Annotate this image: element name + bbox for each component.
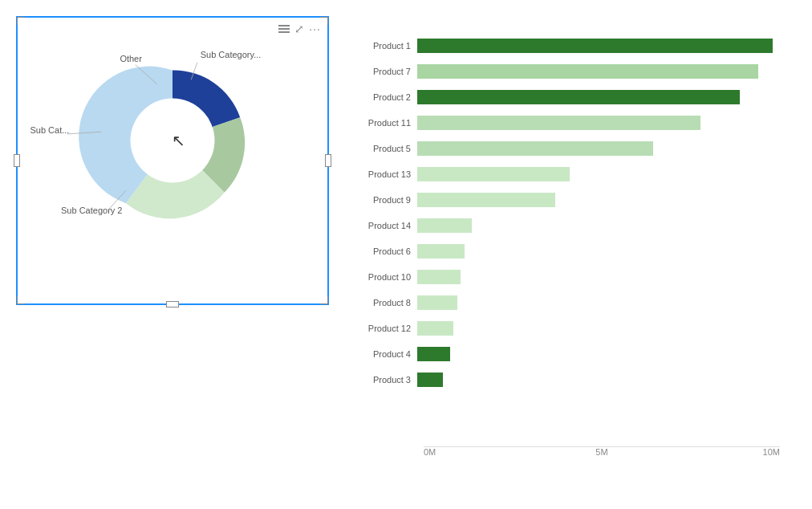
bar-fill[interactable] (417, 347, 450, 361)
bar-track[interactable] (417, 193, 780, 207)
bar-label: Product 2 (361, 92, 417, 102)
bar-fill[interactable] (417, 39, 773, 53)
bar-row: Product 14 (361, 214, 780, 238)
bar-fill[interactable] (417, 270, 461, 284)
bar-fill[interactable] (417, 90, 740, 104)
donut-panel-header: ⤢ ··· (18, 18, 327, 24)
bar-fill[interactable] (417, 167, 570, 181)
bar-track[interactable] (417, 64, 780, 79)
bar-label: Product 12 (361, 324, 417, 333)
bar-row: Product 10 (361, 265, 780, 289)
bar-row: Product 8 (361, 291, 780, 315)
donut-chart-area: ↖ Sub Category... Other Sub Cat... Sub C… (18, 32, 327, 249)
bar-row: Product 11 (361, 111, 780, 135)
bar-row: Product 5 (361, 136, 780, 161)
bar-track[interactable] (417, 141, 780, 156)
bar-label: Product 7 (361, 67, 417, 76)
corner-br (320, 296, 328, 304)
bar-fill[interactable] (417, 295, 457, 310)
bar-track[interactable] (417, 218, 780, 233)
resize-handle-bottom[interactable] (166, 301, 179, 307)
donut-label-subcat: Sub Cat... (30, 125, 69, 135)
bar-row: Product 6 (361, 239, 780, 263)
donut-hole (131, 99, 215, 183)
bar-row: Product 3 (361, 368, 780, 392)
corner-bl (17, 296, 25, 304)
bar-row: Product 13 (361, 162, 780, 186)
bar-label: Product 3 (361, 375, 417, 385)
axis-label: 10M (661, 447, 780, 457)
bar-row: Product 1 (361, 34, 780, 58)
bar-fill[interactable] (417, 244, 465, 259)
bar-row: Product 7 (361, 59, 780, 83)
bar-track[interactable] (417, 244, 780, 259)
donut-panel: ⤢ ··· ↖ (16, 16, 329, 305)
bar-fill[interactable] (417, 218, 472, 233)
bar-track[interactable] (417, 321, 780, 336)
bar-row: Product 4 (361, 342, 780, 366)
bar-label: Product 9 (361, 195, 417, 205)
bar-panel: Product 1Product 7Product 2Product 11Pro… (353, 16, 796, 482)
bar-fill[interactable] (417, 321, 453, 336)
bar-label: Product 4 (361, 349, 417, 359)
bar-fill[interactable] (417, 373, 443, 387)
bar-row: Product 12 (361, 316, 780, 340)
axis-label: 5M (542, 447, 661, 457)
bar-row: Product 2 (361, 85, 780, 109)
bar-chart-area: Product 1Product 7Product 2Product 11Pro… (361, 34, 780, 443)
bar-fill[interactable] (417, 116, 700, 130)
bar-track[interactable] (417, 347, 780, 361)
bar-label: Product 5 (361, 144, 417, 153)
bar-fill[interactable] (417, 193, 555, 207)
bar-row: Product 9 (361, 188, 780, 212)
bar-label: Product 10 (361, 272, 417, 282)
bar-fill[interactable] (417, 141, 653, 156)
bar-track[interactable] (417, 295, 780, 310)
bar-label: Product 11 (361, 118, 417, 128)
bar-track[interactable] (417, 116, 780, 130)
bar-track[interactable] (417, 270, 780, 284)
bar-track[interactable] (417, 167, 780, 181)
bar-track[interactable] (417, 90, 780, 104)
donut-svg (72, 40, 273, 241)
bar-fill[interactable] (417, 64, 758, 79)
bar-track[interactable] (417, 39, 780, 53)
bar-label: Product 14 (361, 221, 417, 230)
bar-label: Product 6 (361, 246, 417, 256)
axis-label: 0M (424, 447, 542, 457)
bar-track[interactable] (417, 373, 780, 387)
bar-label: Product 13 (361, 169, 417, 179)
main-container: ⤢ ··· ↖ (0, 0, 812, 509)
bar-axis: 0M5M10M (424, 446, 780, 457)
bar-label: Product 8 (361, 298, 417, 307)
bar-label: Product 1 (361, 41, 417, 51)
